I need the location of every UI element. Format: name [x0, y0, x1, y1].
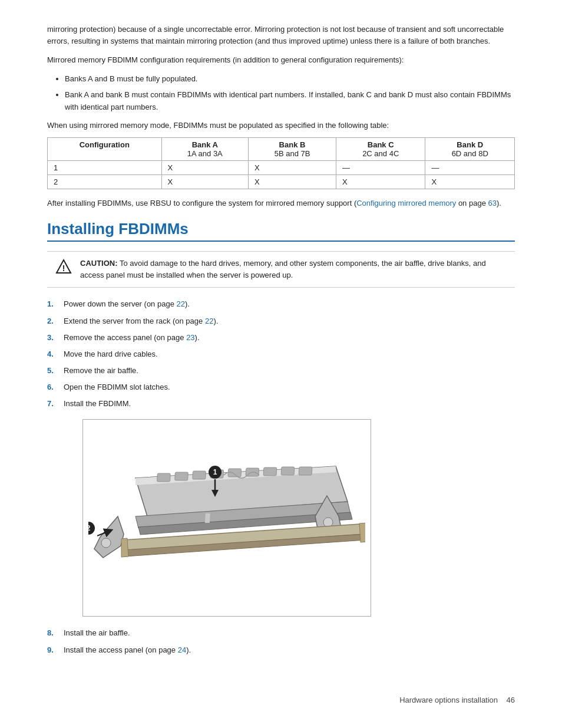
bullet-item-1: Banks A and B must be fully populated.: [65, 73, 515, 85]
install-steps-list: 1. Power down the server (on page 22). 2…: [47, 298, 515, 410]
col-header-bankb: Bank B 5B and 7B: [249, 137, 336, 160]
intro-paragraph2: Mirrored memory FBDIMM configuration req…: [47, 54, 515, 66]
section-divider: [47, 241, 515, 242]
svg-rect-15: [205, 513, 210, 523]
svg-marker-28: [121, 538, 128, 557]
step2-link[interactable]: 22: [205, 317, 213, 325]
svg-rect-6: [193, 471, 206, 479]
svg-rect-10: [263, 467, 277, 476]
step9-link[interactable]: 24: [178, 645, 186, 654]
step-2: 2. Extend the server from the rack (on p…: [47, 315, 515, 327]
col-header-bankd: Bank D 6D and 8D: [425, 137, 515, 160]
caution-box: ! CAUTION: To avoid damage to the hard d…: [47, 251, 515, 288]
svg-rect-8: [228, 469, 242, 477]
svg-point-16: [101, 538, 111, 548]
step1-link[interactable]: 22: [177, 299, 185, 308]
intro-paragraph1: mirroring protection) because of a singl…: [47, 24, 515, 47]
bullet-item-2: Bank A and bank B must contain FBDIMMs w…: [65, 89, 515, 114]
svg-rect-12: [299, 467, 312, 475]
install-steps-after-list: 8. Install the air baffle. 9. Install th…: [47, 627, 515, 655]
svg-text:!: !: [62, 263, 65, 273]
step-5: 5. Remove the air baffle.: [47, 365, 515, 377]
step-6: 6. Open the FBDIMM slot latches.: [47, 381, 515, 393]
svg-rect-11: [281, 467, 295, 475]
svg-marker-29: [359, 523, 365, 542]
caution-text: CAUTION: To avoid damage to the hard dri…: [80, 258, 507, 281]
step3-link[interactable]: 23: [186, 333, 194, 342]
step-3: 3. Remove the access panel (on page 23).: [47, 332, 515, 344]
table-row: 2 X X X X: [48, 174, 515, 189]
memory-config-table: Configuration Bank A 1A and 3A Bank B 5B…: [47, 137, 515, 189]
section-heading: Installing FBDIMMs: [47, 220, 515, 238]
configuring-mirrored-memory-link[interactable]: Configuring mirrored memory: [356, 199, 456, 207]
page-footer: Hardware options installation 46: [399, 696, 515, 704]
page-63-link[interactable]: 63: [488, 199, 497, 207]
step-4: 4. Move the hard drive cables.: [47, 348, 515, 360]
svg-text:1: 1: [213, 468, 217, 476]
col-header-config: Configuration: [48, 137, 162, 160]
step-7: 7. Install the FBDIMM.: [47, 398, 515, 410]
table-intro-text: When using mirrored memory mode, FBDIMMs…: [47, 120, 515, 131]
svg-text:2: 2: [88, 524, 91, 532]
col-header-banka: Bank A 1A and 3A: [161, 137, 249, 160]
svg-rect-4: [157, 473, 171, 482]
step-9: 9. Install the access panel (on page 24)…: [47, 644, 515, 656]
table-row: 1 X X — —: [48, 160, 515, 174]
step-1: 1. Power down the server (on page 22).: [47, 298, 515, 310]
col-header-bankc: Bank C 2C and 4C: [336, 137, 425, 160]
svg-rect-5: [175, 472, 189, 480]
config-requirements-list: Banks A and B must be fully populated. B…: [65, 73, 515, 113]
caution-icon: !: [55, 258, 72, 275]
step-8: 8. Install the air baffle.: [47, 627, 515, 639]
fbdimm-illustration: 2 2 1: [82, 419, 371, 617]
after-table-text: After installing FBDIMMs, use RBSU to co…: [47, 197, 515, 209]
